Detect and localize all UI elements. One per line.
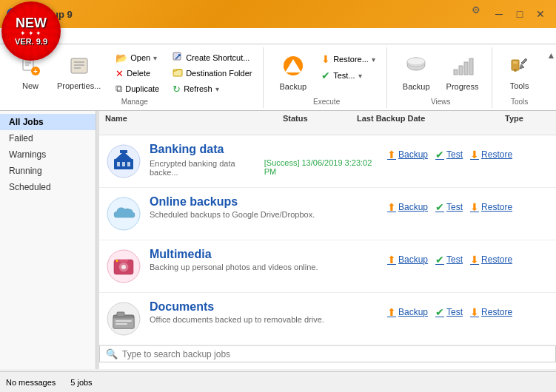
multimedia-desc: Backing up personal photos and videos on… bbox=[150, 263, 380, 271]
new-label: New bbox=[22, 81, 38, 90]
job-row: Documents Office documents backed up to … bbox=[99, 293, 556, 345]
refresh-button[interactable]: ↻ Refresh ▾ bbox=[167, 81, 257, 96]
table-header: Name Status Last Backup Date Type Execut… bbox=[99, 111, 556, 135]
documents-backup-btn[interactable]: ⬆ Backup bbox=[387, 306, 428, 318]
online-info: Online backups Scheduled backups to Goog… bbox=[150, 195, 380, 219]
tools-button[interactable]: Tools bbox=[501, 49, 538, 96]
backup-execute-icon bbox=[282, 55, 304, 81]
create-shortcut-label: Create Shortcut... bbox=[186, 53, 249, 62]
tools-group-label: Tools bbox=[501, 96, 538, 108]
svg-rect-31 bbox=[127, 162, 130, 166]
refresh-icon: ↻ bbox=[173, 84, 181, 95]
documents-restore-btn[interactable]: ⬇ Restore bbox=[470, 306, 512, 318]
duplicate-icon: ⧉ bbox=[115, 83, 122, 95]
svg-rect-29 bbox=[117, 162, 120, 166]
test-dropdown[interactable]: ▾ bbox=[358, 72, 362, 80]
banking-status: [Success] 13/06/2019 3:23:02 PM bbox=[264, 158, 380, 176]
content-area: Name Status Last Backup Date Type Execut… bbox=[99, 111, 556, 369]
test-check-icon: ✔ bbox=[435, 306, 444, 318]
online-test-btn[interactable]: ✔ Test bbox=[435, 201, 463, 213]
documents-test-btn[interactable]: ✔ Test bbox=[435, 306, 463, 318]
svg-rect-30 bbox=[122, 162, 125, 166]
online-actions: ⬆ Backup ✔ Test ⬇ Restore bbox=[387, 195, 550, 213]
online-backup-btn[interactable]: ⬆ Backup bbox=[387, 201, 428, 213]
title-bar: F FBackup 9 ⚙ ─ □ ✕ bbox=[0, 0, 556, 28]
svg-rect-45 bbox=[115, 320, 132, 322]
svg-rect-46 bbox=[115, 323, 127, 325]
open-dropdown-arrow[interactable]: ▾ bbox=[153, 54, 157, 62]
banking-test-btn[interactable]: ✔ Test bbox=[435, 149, 463, 160]
multimedia-backup-btn[interactable]: ⬆ Backup bbox=[387, 254, 428, 266]
maximize-button[interactable]: □ bbox=[510, 4, 529, 24]
online-restore-label: Restore bbox=[481, 202, 512, 212]
backup-arrow-icon: ⬆ bbox=[387, 306, 396, 318]
destination-folder-button[interactable]: Destination Folder bbox=[167, 66, 257, 81]
backup-arrow-icon: ⬆ bbox=[387, 149, 396, 160]
restore-arrow-icon: ⬇ bbox=[470, 254, 479, 266]
restore-dropdown[interactable]: ▾ bbox=[372, 55, 375, 64]
multimedia-icon bbox=[105, 248, 142, 285]
documents-desc: Office documents backed up to removable … bbox=[150, 315, 380, 324]
destination-label: Destination Folder bbox=[186, 69, 252, 78]
multimedia-restore-label: Restore bbox=[481, 254, 512, 265]
test-label: Test... bbox=[333, 71, 355, 80]
status-jobs-count: 5 jobs bbox=[70, 378, 92, 387]
sidebar-item-warnings[interactable]: Warnings bbox=[0, 146, 96, 163]
banking-backup-label: Backup bbox=[398, 149, 428, 160]
duplicate-button[interactable]: ⧉ Duplicate bbox=[110, 81, 164, 96]
sidebar-item-failed[interactable]: Failed bbox=[0, 130, 96, 146]
documents-actions: ⬆ Backup ✔ Test ⬇ Restore bbox=[387, 300, 550, 318]
ribbon-collapse-button[interactable]: ▲ bbox=[547, 50, 556, 61]
banking-restore-btn[interactable]: ⬇ Restore bbox=[470, 149, 512, 160]
minimize-button[interactable]: ─ bbox=[489, 4, 509, 24]
banking-name[interactable]: Banking data bbox=[150, 143, 380, 156]
delete-button[interactable]: ✕ Delete bbox=[110, 66, 164, 81]
multimedia-backup-label: Backup bbox=[398, 254, 428, 265]
ribbon-group-execute: Backup ⬇ Restore... ▾ ✔ Test... ▾ Execut… bbox=[267, 47, 386, 108]
svg-rect-21 bbox=[459, 66, 463, 75]
search-input[interactable] bbox=[122, 349, 549, 359]
online-name[interactable]: Online backups bbox=[150, 195, 380, 209]
progress-view-button[interactable]: Progress bbox=[440, 49, 486, 96]
documents-name[interactable]: Documents bbox=[150, 300, 380, 314]
restore-label: Restore... bbox=[333, 55, 369, 64]
tools-label: Tools bbox=[510, 81, 529, 90]
multimedia-test-label: Test bbox=[446, 254, 463, 265]
test-icon: ✔ bbox=[321, 70, 330, 81]
svg-point-19 bbox=[407, 58, 425, 65]
backup-arrow-icon: ⬆ bbox=[387, 254, 396, 266]
svg-rect-20 bbox=[454, 70, 458, 75]
settings-icon[interactable]: ⚙ bbox=[472, 4, 480, 24]
backup-view-button[interactable]: Backup bbox=[396, 49, 437, 96]
multimedia-name[interactable]: Multimedia bbox=[150, 248, 380, 261]
banking-icon bbox=[105, 143, 142, 180]
new-text: NEW bbox=[16, 16, 47, 30]
tools-icon bbox=[509, 55, 530, 80]
delete-label: Delete bbox=[127, 69, 150, 78]
svg-rect-25 bbox=[513, 61, 518, 64]
sidebar-item-scheduled[interactable]: Scheduled bbox=[0, 179, 96, 195]
col-last-backup: Last Backup Date bbox=[357, 114, 505, 132]
test-button[interactable]: ✔ Test... ▾ bbox=[316, 68, 381, 83]
svg-rect-39 bbox=[119, 260, 128, 262]
banking-backup-btn[interactable]: ⬆ Backup bbox=[387, 149, 428, 160]
create-shortcut-button[interactable]: Create Shortcut... bbox=[167, 50, 257, 65]
manage-group-label: Manage bbox=[12, 96, 257, 108]
execute-group-label: Execute bbox=[272, 96, 380, 108]
multimedia-restore-btn[interactable]: ⬇ Restore bbox=[470, 254, 512, 266]
destination-icon bbox=[173, 67, 183, 80]
restore-button[interactable]: ⬇ Restore... ▾ bbox=[316, 52, 381, 67]
backup-execute-button[interactable]: Backup bbox=[272, 49, 313, 96]
col-status: Status bbox=[283, 114, 357, 132]
open-button[interactable]: 📂 Open ▾ bbox=[110, 50, 164, 65]
restore-arrow-icon: ⬇ bbox=[470, 201, 479, 213]
refresh-dropdown-arrow[interactable]: ▾ bbox=[215, 85, 219, 93]
restore-arrow-icon: ⬇ bbox=[470, 306, 479, 318]
window-controls: ⚙ ─ □ ✕ bbox=[472, 4, 550, 24]
online-restore-btn[interactable]: ⬇ Restore bbox=[470, 201, 512, 213]
sidebar-item-running[interactable]: Running bbox=[0, 163, 96, 179]
close-button[interactable]: ✕ bbox=[531, 4, 550, 24]
online-icon bbox=[105, 195, 142, 232]
sidebar-item-all-jobs[interactable]: All Jobs bbox=[0, 114, 96, 130]
multimedia-test-btn[interactable]: ✔ Test bbox=[435, 254, 463, 266]
